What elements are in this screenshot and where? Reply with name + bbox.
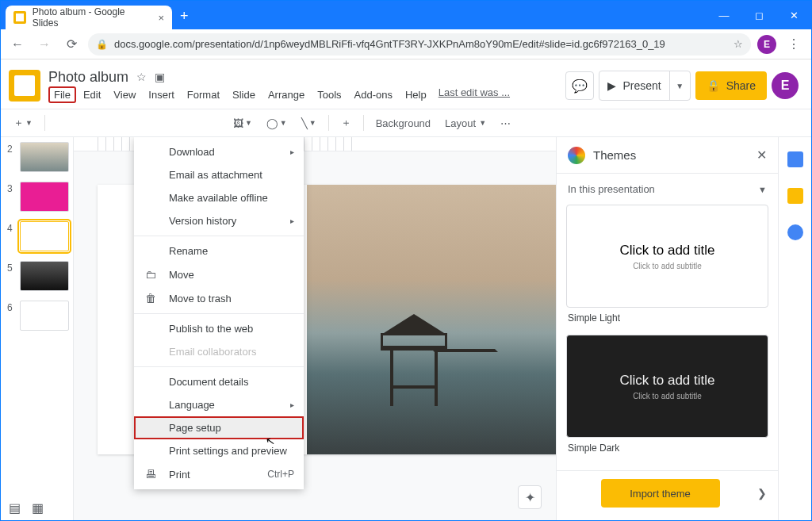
filmstrip-view-icon[interactable]: ▦ — [32, 500, 44, 515]
menu-item-label: Move — [169, 269, 194, 281]
menu-item-label: Email as attachment — [169, 169, 262, 181]
theme-option-simple-light[interactable]: Click to add title Click to add subtitle — [566, 205, 768, 308]
browser-tab[interactable]: Photo album - Google Slides × — [6, 6, 172, 29]
slide-thumb[interactable]: 2 — [7, 142, 70, 172]
file-menu-download[interactable]: Download▸ — [134, 140, 304, 163]
themes-section-label: In this presentation — [568, 183, 655, 195]
file-menu-print[interactable]: 🖶PrintCtrl+P — [134, 462, 304, 486]
menu-arrange[interactable]: Arrange — [262, 86, 310, 103]
theme-name-label: Simple Dark — [568, 442, 768, 454]
slides-logo-icon[interactable] — [9, 70, 40, 102]
slide-number: 2 — [7, 142, 15, 172]
last-edit-link[interactable]: Last edit was ... — [439, 86, 510, 103]
menu-item-label: Print — [169, 469, 190, 481]
star-icon[interactable]: ☆ — [733, 38, 743, 50]
slide-number: 6 — [7, 301, 15, 331]
move-icon: 🗀 — [145, 268, 159, 281]
browser-menu-button[interactable]: ⋮ — [783, 36, 805, 52]
file-menu-page-setup[interactable]: Page setup↖ — [134, 416, 304, 439]
slide-thumb[interactable]: 3 — [7, 182, 70, 212]
menu-item-label: Move to trash — [169, 293, 232, 305]
more-toolbar-button[interactable]: ⋯ — [496, 114, 515, 132]
close-tab-icon[interactable]: × — [158, 12, 164, 24]
grid-view-icon[interactable]: ▤ — [9, 500, 21, 515]
close-themes-icon[interactable]: ✕ — [756, 147, 767, 163]
file-menu-document-details[interactable]: Document details — [134, 370, 304, 393]
lifeguard-tower-graphic — [376, 311, 463, 406]
menu-insert[interactable]: Insert — [143, 86, 180, 103]
menu-item-label: Language — [169, 399, 215, 411]
slide-thumb[interactable]: 4 — [7, 221, 70, 251]
window-maximize-button[interactable]: ◻ — [741, 1, 776, 29]
file-menu-move[interactable]: 🗀Move — [134, 262, 304, 286]
present-options-button[interactable]: ▼ — [669, 71, 690, 100]
shortcut-label: Ctrl+P — [267, 469, 294, 480]
account-avatar[interactable]: E — [772, 72, 799, 99]
browser-profile-avatar[interactable]: E — [757, 35, 776, 54]
file-menu-move-to-trash[interactable]: 🗑Move to trash — [134, 286, 304, 310]
share-button[interactable]: 🔒 Share — [695, 71, 767, 100]
themes-section-toggle[interactable]: In this presentation ▼ — [557, 174, 778, 201]
menu-slide[interactable]: Slide — [227, 86, 261, 103]
menu-item-label: Document details — [169, 376, 248, 388]
menu-item-label: Download — [169, 146, 215, 158]
window-minimize-button[interactable]: — — [707, 1, 741, 29]
reload-button[interactable]: ⟳ — [61, 34, 82, 55]
slide-thumb[interactable]: 5 — [7, 261, 70, 291]
file-menu-email-as-attachment[interactable]: Email as attachment — [134, 163, 304, 186]
background-button[interactable]: Background — [371, 114, 435, 132]
keep-icon[interactable] — [787, 188, 803, 204]
file-menu-rename[interactable]: Rename — [134, 239, 304, 262]
menu-item-label: Print settings and preview — [169, 445, 287, 457]
file-menu-email-collaborators: Email collaborators — [134, 340, 304, 363]
new-tab-button[interactable]: + — [172, 5, 197, 29]
submenu-arrow-icon: ▸ — [290, 147, 294, 156]
document-title[interactable]: Photo album — [48, 69, 128, 86]
menu-file[interactable]: File — [48, 86, 76, 103]
menu-add-ons[interactable]: Add-ons — [349, 86, 398, 103]
share-label: Share — [726, 79, 756, 92]
layout-label: Layout — [445, 117, 476, 129]
slide-number: 3 — [7, 182, 15, 212]
slide-image[interactable] — [307, 185, 556, 454]
slide-filmstrip: 2 3 4 5 6 ▤ ▦ — [1, 137, 74, 520]
theme-option-simple-dark[interactable]: Click to add title Click to add subtitle — [566, 335, 768, 438]
star-document-icon[interactable]: ☆ — [136, 71, 147, 83]
slide-thumb[interactable]: 6 — [7, 301, 70, 331]
address-bar[interactable]: 🔒 docs.google.com/presentation/d/1np6wey… — [88, 33, 751, 56]
tasks-icon[interactable] — [787, 224, 803, 240]
forward-button[interactable]: → — [34, 34, 55, 55]
import-theme-button[interactable]: Import theme — [601, 479, 720, 508]
move-document-icon[interactable]: ▣ — [155, 71, 165, 83]
present-button[interactable]: ▶ Present — [599, 71, 668, 100]
app-header: Photo album ☆ ▣ FileEditViewInsertFormat… — [1, 59, 811, 109]
calendar-icon[interactable] — [787, 151, 803, 167]
menu-tools[interactable]: Tools — [312, 86, 347, 103]
palette-icon — [568, 147, 585, 164]
window-close-button[interactable]: ✕ — [776, 1, 811, 29]
menu-view[interactable]: View — [108, 86, 141, 103]
open-comments-button[interactable]: 💬 — [565, 71, 594, 100]
file-menu-publish-to-the-web[interactable]: Publish to the web — [134, 317, 304, 340]
image-button[interactable]: 🖼▼ — [228, 114, 257, 132]
back-button[interactable]: ← — [7, 34, 28, 55]
menu-help[interactable]: Help — [400, 86, 432, 103]
menu-edit[interactable]: Edit — [78, 86, 106, 103]
theme-sample-title: Click to add title — [620, 243, 715, 259]
menu-item-label: Page setup — [169, 422, 221, 434]
menu-item-label: Make available offline — [169, 192, 268, 204]
explore-button[interactable]: ✦ — [518, 485, 542, 509]
next-theme-page-button[interactable]: ❯ — [757, 487, 767, 500]
comment-button[interactable]: ＋ — [336, 113, 356, 133]
url-text: docs.google.com/presentation/d/1np6weydM… — [114, 38, 665, 50]
menu-format[interactable]: Format — [182, 86, 225, 103]
window-controls: — ◻ ✕ — [707, 1, 811, 29]
line-button[interactable]: ╲▼ — [297, 114, 321, 132]
new-slide-button[interactable]: ＋▼ — [9, 113, 37, 133]
file-menu-version-history[interactable]: Version history▸ — [134, 209, 304, 232]
file-menu-make-available-offline[interactable]: Make available offline — [134, 186, 304, 209]
layout-button[interactable]: Layout▼ — [440, 114, 491, 132]
file-menu-print-settings-and-preview[interactable]: Print settings and preview — [134, 439, 304, 462]
file-menu-language[interactable]: Language▸ — [134, 393, 304, 416]
shape-button[interactable]: ◯▼ — [262, 114, 292, 132]
